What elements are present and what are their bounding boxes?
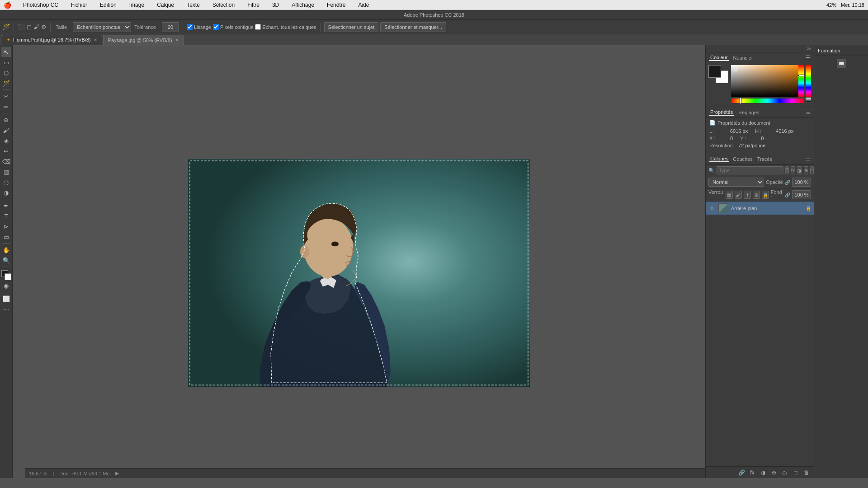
dodge-tool[interactable]: ◑ (1, 188, 11, 197)
lock-artboard-btn[interactable]: ⊞ (753, 191, 760, 199)
status-separator: | (52, 471, 54, 476)
menu-calque[interactable]: Calque (154, 2, 177, 8)
tab-couches[interactable]: Couches (732, 156, 753, 162)
background-color[interactable] (5, 273, 11, 280)
menu-filtre[interactable]: Filtre (245, 2, 262, 8)
move-tool[interactable]: ↖ (1, 47, 11, 57)
pen-tool[interactable]: ✒ (1, 201, 11, 211)
tab-calques[interactable]: Calques (709, 156, 729, 162)
lissage-checkbox-label[interactable]: Lissage (187, 24, 211, 30)
tab-homme-profil[interactable]: ✦ HommeProfil.jpg @ 16,7% (RVB/8) ✕ (2, 35, 102, 45)
layer-new-btn[interactable]: □ (791, 468, 800, 477)
foreground-color-swatch[interactable] (708, 65, 721, 78)
pixels-contigus-checkbox[interactable] (213, 24, 219, 30)
tolerance-input[interactable] (162, 22, 179, 32)
lissage-checkbox[interactable] (187, 24, 193, 30)
tab-close-homme[interactable]: ✕ (94, 38, 97, 42)
fill-input[interactable] (792, 190, 811, 199)
layer-search-input[interactable] (717, 166, 783, 174)
opacity-input[interactable] (792, 178, 811, 187)
type-tool[interactable]: T (1, 211, 11, 221)
layer-filter-smart-btn[interactable]: ⊕ (804, 166, 808, 174)
menu-fichier[interactable]: Fichier (68, 2, 90, 8)
layer-filter-sel-btn[interactable]: □ (810, 166, 814, 174)
history-brush-tool[interactable]: ↩ (1, 146, 11, 156)
echant-calques-label[interactable]: Echant. tous les calques (255, 24, 316, 30)
hue-bar[interactable] (731, 99, 804, 103)
path-select-tool[interactable]: ⊳ (1, 221, 11, 231)
lock-all-btn[interactable]: 🔒 (762, 191, 769, 199)
lock-position-btn[interactable]: ✛ (744, 191, 751, 199)
crop-tool[interactable]: ✂ (1, 91, 11, 101)
formation-icon-1[interactable]: 📖 (837, 59, 846, 68)
lasso-tool[interactable]: ⬡ (1, 68, 11, 78)
menu-texte[interactable]: Texte (184, 2, 203, 8)
layer-group-btn[interactable]: 🗂 (780, 468, 789, 477)
layer-item-arriere-plan[interactable]: 👁 Arrière-plan 🔒 (706, 202, 814, 215)
echant-calques-checkbox[interactable] (255, 24, 261, 30)
tab-close-paysage[interactable]: ✕ (175, 38, 179, 42)
lock-pixels-btn[interactable]: 🖌 (735, 191, 742, 199)
panel-collapse-button[interactable]: ≫ (807, 46, 811, 51)
document-canvas[interactable] (188, 159, 530, 387)
heal-tool[interactable]: ⊕ (1, 115, 11, 125)
menu-selection[interactable]: Sélection (210, 2, 237, 8)
shape-tool[interactable]: ▭ (1, 232, 11, 242)
layer-visibility-toggle[interactable]: 👁 (708, 205, 716, 211)
eyedropper-tool[interactable]: ✏ (1, 102, 11, 112)
tab-reglages[interactable]: Réglages (737, 110, 760, 115)
quick-mask-tool[interactable]: ◉ (1, 281, 11, 291)
gradient-tool[interactable]: ▥ (1, 167, 11, 177)
eraser-tool[interactable]: ⌫ (1, 156, 11, 166)
menu-aide[interactable]: Aide (355, 2, 372, 8)
layer-filter-fx-btn[interactable]: fx (791, 166, 795, 174)
saturation-bar[interactable] (798, 65, 804, 97)
layer-link-btn[interactable]: 🔗 (737, 468, 746, 477)
layers-panel-options[interactable]: ☰ (806, 156, 810, 162)
canvas-area[interactable]: 16,67 % | Doc : 69,1 Mo/69,1 Mo ▶ (13, 45, 705, 478)
extra-tools[interactable]: ⋯ (1, 304, 11, 314)
color-gradient[interactable] (731, 65, 804, 97)
hue-cursor (740, 98, 741, 104)
hand-tool[interactable]: ✋ (1, 245, 11, 255)
menu-affichage[interactable]: Affichage (289, 2, 317, 8)
tab-traces[interactable]: Tracés (756, 156, 773, 162)
blend-mode-select[interactable]: Normal (708, 178, 764, 187)
color-panel-options[interactable]: ☰ (806, 55, 810, 61)
brush-tool[interactable]: 🖌 (1, 125, 11, 135)
apple-menu[interactable]: 🍎 (4, 1, 11, 9)
formation-icons: 📖 (814, 56, 868, 70)
screen-mode-tool[interactable]: ⬜ (1, 294, 11, 304)
select-subject-button[interactable]: Sélectionner un sujet (324, 22, 379, 32)
menu-edition[interactable]: Edition (97, 2, 119, 8)
select-rect-tool[interactable]: ▭ (1, 57, 11, 67)
blur-tool[interactable]: ◌ (1, 177, 11, 187)
spectrum-strip[interactable] (806, 65, 811, 97)
tab-paysage[interactable]: Paysage.jpg @ 50% (RVB/8) ✕ (103, 35, 184, 45)
clone-tool[interactable]: ◈ (1, 136, 11, 145)
select-mask-button[interactable]: Sélectionner et masquer... (380, 22, 446, 32)
layer-filter-type-btn[interactable]: T (785, 166, 789, 174)
layer-mask-btn[interactable]: ◑ (759, 468, 768, 477)
menu-image[interactable]: Image (127, 2, 147, 8)
tab-nuancier[interactable]: Nuancier (732, 55, 754, 61)
layer-filter-adj-btn[interactable]: ◑ (797, 166, 802, 174)
layer-adjustment-btn[interactable]: ⊕ (769, 468, 778, 477)
taille-select[interactable]: Echantillon ponctuel (73, 22, 131, 32)
menu-photoshop[interactable]: Photoshop CC (20, 2, 61, 8)
zoom-tool[interactable]: 🔍 (1, 255, 11, 265)
brightness-strip[interactable] (806, 98, 811, 102)
layer-lock-icon: 🔒 (806, 206, 811, 211)
opacity-label: Opacité (766, 179, 783, 185)
tab-couleur[interactable]: Couleur (709, 55, 729, 61)
pixels-contigus-label[interactable]: Pixels contigus (213, 24, 253, 30)
menu-3d[interactable]: 3D (269, 2, 282, 8)
menu-fenetre[interactable]: Fenêtre (324, 2, 348, 8)
layer-fx-btn[interactable]: fx (748, 468, 757, 477)
wand-tool[interactable]: 🪄 (1, 78, 11, 88)
foreground-background-colors[interactable] (1, 270, 11, 280)
layer-delete-btn[interactable]: 🗑 (802, 468, 811, 477)
properties-options[interactable]: ☰ (806, 110, 810, 115)
tab-proprietes[interactable]: Propriétés (709, 109, 734, 116)
lock-transparent-btn[interactable]: ▦ (726, 191, 733, 199)
